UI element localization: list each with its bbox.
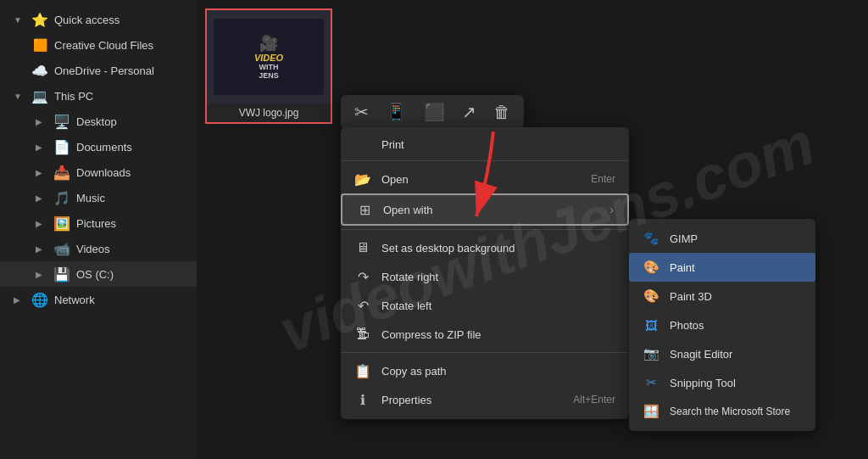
expand-icon: ▶	[14, 295, 25, 305]
videos-icon: 📹	[54, 241, 70, 256]
rotate-left-icon: ↶	[354, 297, 371, 314]
paint-label: Paint	[670, 261, 695, 274]
rotate-right-label: Rotate right	[381, 271, 615, 283]
context-menu: Print 📂 Open Enter ⊞ Open with › 🖥 Set a…	[341, 127, 629, 419]
paint-icon: 🎨	[643, 259, 659, 276]
sidebar-item-pictures[interactable]: ▶ 🖼️ Pictures	[0, 210, 197, 236]
sidebar-label: Creative Cloud Files	[54, 39, 153, 52]
network-icon: 🌐	[32, 292, 47, 307]
ctx-print-item[interactable]: Print	[341, 132, 629, 157]
sidebar-item-documents[interactable]: ▶ 📄 Documents	[0, 134, 197, 160]
expand-icon: ▶	[36, 193, 47, 203]
rotate-left-label: Rotate left	[381, 299, 615, 312]
sidebar-item-network[interactable]: ▶ 🌐 Network	[0, 287, 197, 312]
gimp-label: GIMP	[670, 232, 698, 245]
open-icon: 📂	[354, 171, 371, 188]
sidebar-label: Downloads	[76, 166, 131, 179]
submenu-gimp[interactable]: 🐾 GIMP	[629, 224, 815, 253]
ctx-open-with-item[interactable]: ⊞ Open with ›	[341, 193, 629, 226]
sidebar-item-music[interactable]: ▶ 🎵 Music	[0, 185, 197, 210]
submenu-snagit[interactable]: 📷 Snagit Editor	[629, 339, 815, 368]
sidebar-item-downloads[interactable]: ▶ 📥 Downloads	[0, 160, 197, 185]
copy-path-icon: 📋	[354, 362, 371, 379]
snagit-icon: 📷	[643, 345, 659, 362]
sidebar-item-desktop[interactable]: ▶ 🖥️ Desktop	[0, 109, 197, 134]
open-label: Open	[381, 173, 581, 186]
sidebar-label: Music	[76, 192, 105, 204]
open-shortcut: Enter	[591, 173, 615, 185]
set-desktop-label: Set as desktop background	[381, 242, 615, 255]
expand-icon: ▶	[36, 270, 47, 279]
ctx-rotate-left-item[interactable]: ↶ Rotate left	[341, 291, 629, 320]
expand-icon: ▼	[14, 15, 25, 25]
submenu-photos[interactable]: 🖼 Photos	[629, 311, 815, 339]
sidebar-item-quick-access[interactable]: ▼ ⭐ Quick access	[0, 7, 197, 32]
submenu-paint[interactable]: 🎨 Paint	[629, 253, 815, 282]
downloads-icon: 📥	[54, 165, 70, 180]
sidebar-label: Videos	[76, 243, 110, 255]
ctx-separator-2	[341, 229, 629, 230]
ctx-compress-item[interactable]: 🗜 Compress to ZIP file	[341, 320, 629, 349]
sidebar: ▼ ⭐ Quick access 🟧 Creative Cloud Files …	[0, 0, 197, 459]
sidebar-label: Pictures	[76, 217, 116, 230]
filename-label: VWJ logo.jpg	[207, 104, 331, 122]
open-with-arrow: ›	[609, 203, 614, 216]
ctx-properties-item[interactable]: ℹ Properties Alt+Enter	[341, 385, 629, 414]
sidebar-label: Documents	[76, 141, 132, 154]
open-with-icon: ⊞	[356, 201, 373, 218]
sidebar-item-creative-cloud[interactable]: 🟧 Creative Cloud Files	[0, 32, 197, 58]
context-toolbar: ✂ 📱 ⬛ ↗ 🗑	[341, 95, 524, 129]
desktop-icon: 🖥️	[54, 114, 70, 129]
sidebar-label: Network	[54, 294, 95, 306]
set-desktop-icon: 🖥	[354, 239, 371, 256]
submenu-paint-3d[interactable]: 🎨 Paint 3D	[629, 282, 815, 311]
open-with-label: Open with	[383, 204, 599, 216]
pictures-icon: 🖼️	[54, 216, 70, 231]
cut-icon[interactable]: ✂	[354, 102, 369, 122]
expand-icon: ▶	[36, 168, 47, 177]
share-icon[interactable]: ↗	[462, 102, 476, 122]
submenu: 🐾 GIMP 🎨 Paint 🎨 Paint 3D 🖼 Photos 📷 Sna…	[629, 219, 815, 431]
sidebar-label: This PC	[54, 90, 93, 103]
ms-store-label: Search the Microsoft Store	[670, 406, 790, 417]
paint-3d-icon: 🎨	[643, 288, 659, 305]
sidebar-label: Desktop	[76, 115, 117, 128]
thumbnail-image: 🎥 VIDEO WITH JENS	[207, 10, 331, 104]
copy-path-label: Copy as path	[381, 365, 615, 378]
ctx-set-desktop-item[interactable]: 🖥 Set as desktop background	[341, 233, 629, 262]
copy-icon[interactable]: ⬛	[424, 102, 445, 122]
phone-icon[interactable]: 📱	[386, 102, 407, 122]
this-pc-icon: 💻	[32, 88, 47, 104]
main-area: 🎥 VIDEO WITH JENS VWJ logo.jpg ✂ 📱 ⬛ ↗ 🗑…	[197, 0, 868, 459]
expand-icon: ▶	[36, 143, 47, 152]
expand-icon: ▼	[14, 92, 25, 101]
expand-icon: ▶	[36, 117, 47, 126]
sidebar-item-this-pc[interactable]: ▼ 💻 This PC	[0, 83, 197, 109]
file-thumbnail[interactable]: 🎥 VIDEO WITH JENS VWJ logo.jpg	[205, 8, 332, 124]
sidebar-item-os-c[interactable]: ▶ 💾 OS (C:)	[0, 261, 197, 287]
snipping-icon: ✂	[643, 374, 659, 391]
sidebar-item-videos[interactable]: ▶ 📹 Videos	[0, 236, 197, 261]
ctx-open-item[interactable]: 📂 Open Enter	[341, 165, 629, 193]
ctx-copy-path-item[interactable]: 📋 Copy as path	[341, 356, 629, 385]
photos-label: Photos	[670, 319, 704, 332]
compress-label: Compress to ZIP file	[381, 328, 615, 341]
ms-store-icon: 🪟	[643, 403, 659, 420]
paint-3d-label: Paint 3D	[670, 290, 712, 303]
thumb-video-text: VIDEO	[254, 53, 283, 63]
gimp-icon: 🐾	[643, 230, 659, 247]
ctx-separator	[341, 160, 629, 161]
quick-access-icon: ⭐	[32, 12, 47, 27]
thumbnail-inner: 🎥 VIDEO WITH JENS	[214, 19, 324, 95]
ctx-separator-3	[341, 352, 629, 353]
submenu-ms-store[interactable]: 🪟 Search the Microsoft Store	[629, 397, 815, 426]
submenu-snipping[interactable]: ✂ Snipping Tool	[629, 368, 815, 397]
ctx-rotate-right-item[interactable]: ↷ Rotate right	[341, 262, 629, 291]
delete-icon[interactable]: 🗑	[493, 103, 510, 122]
thumb-jens-text: JENS	[254, 71, 283, 80]
creative-cloud-icon: 🟧	[32, 37, 47, 53]
sidebar-item-onedrive[interactable]: ☁️ OneDrive - Personal	[0, 58, 197, 83]
snipping-label: Snipping Tool	[670, 377, 736, 389]
compress-icon: 🗜	[354, 326, 371, 343]
sidebar-label: OS (C:)	[76, 268, 114, 281]
